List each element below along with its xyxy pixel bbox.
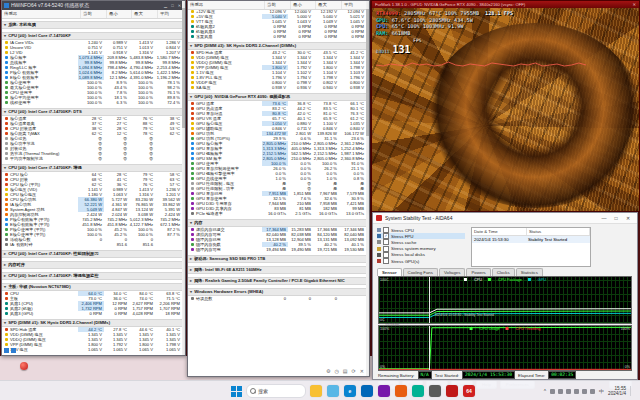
- sensor-section-header[interactable]: ▾ CPU [#0]: Intel Core i7-14700KF: 增强: [2, 164, 182, 172]
- column-header-2[interactable]: 最小: [291, 1, 316, 9]
- taskbar-clock[interactable]: 15:55 2024/1/4: [608, 386, 626, 397]
- checkbox[interactable]: [383, 252, 389, 258]
- checkbox[interactable]: [383, 258, 389, 264]
- sensor-section-header[interactable]: ▾ CPU [#0]: Intel Core i7-14700KF: DTS: [2, 108, 182, 116]
- tab-voltages[interactable]: Voltages: [439, 268, 466, 276]
- taskbar-app-file-explorer[interactable]: [310, 385, 322, 397]
- column-header-2[interactable]: 最小: [107, 10, 132, 18]
- update-icon[interactable]: [566, 389, 571, 394]
- aida64-titlebar[interactable]: System Stability Test - AIDA64 — □ ✕: [373, 213, 637, 224]
- taskbar-app-furmark[interactable]: [446, 385, 458, 397]
- column-header-1[interactable]: 当前: [81, 10, 107, 18]
- column-header-1[interactable]: 当前: [265, 1, 291, 9]
- scrollbar-thumb[interactable]: [182, 8, 185, 128]
- sensor-section-header[interactable]: ▾ Windows Hardware Errors (WHEA): [188, 288, 366, 296]
- taskbar-search[interactable]: 搜索: [246, 384, 306, 398]
- report-icon[interactable]: ▤: [343, 368, 348, 374]
- stress-item-stress-gpu-s-[interactable]: Stress GPU(s): [377, 258, 465, 264]
- scrollbar[interactable]: [366, 1, 369, 376]
- tray-chevron-icon[interactable]: ^: [544, 388, 546, 394]
- language-indicator[interactable]: 中: [599, 388, 604, 394]
- taskbar-app-app-purple[interactable]: [378, 385, 390, 397]
- sensor-section-header[interactable]: ▸ CPU [#0]: Intel Core i7-14700KF: 增强电源监…: [2, 272, 182, 280]
- sensor-row[interactable]: 1.8V 电压1.065 V1.065 V1.065 V1.065 V: [2, 347, 182, 352]
- log-header-datetime[interactable]: Date & Time: [472, 228, 527, 235]
- sensor-row[interactable]: 平均功率限制节流否否否: [2, 156, 182, 161]
- taskbar-app-edge[interactable]: e: [344, 385, 356, 397]
- column-header-0[interactable]: 传感器: [188, 1, 265, 9]
- start-button[interactable]: [231, 386, 242, 397]
- column-header-0[interactable]: 传感器: [2, 10, 81, 18]
- sensor-section-header[interactable]: ▸ 驱动器: Samsung SSD 980 PRO 1TB: [188, 255, 366, 263]
- sensor-section-header[interactable]: ▾ 内存: [188, 219, 366, 227]
- close-icon[interactable]: ✕: [632, 1, 636, 8]
- checkbox[interactable]: [383, 239, 389, 245]
- tab-sensor[interactable]: Sensor: [377, 268, 402, 276]
- chevron-right-icon: ▸: [190, 256, 192, 261]
- minimize-icon[interactable]: —: [598, 215, 610, 221]
- sensor-row[interactable]: IA: 有效时钟851.6851.6: [2, 242, 182, 247]
- sensor-row[interactable]: 风扇3 (GPU)0 RPM0 RPM4,028 RPM18 RPM: [2, 311, 182, 316]
- column-header-4[interactable]: 平均: [158, 10, 185, 18]
- checkbox[interactable]: ✓: [383, 233, 389, 239]
- furmark-title: FurMark 1.38.1.0 - GPU1: NVIDIA GeForce …: [375, 1, 632, 8]
- clock-icon[interactable]: ◷: [334, 368, 338, 374]
- scrollbar[interactable]: [182, 1, 185, 355]
- tab-powers[interactable]: Powers: [466, 268, 490, 276]
- taskbar-app-store[interactable]: [361, 385, 373, 397]
- maximize-icon[interactable]: □: [610, 215, 622, 221]
- sensor-row[interactable]: 错误总数000: [188, 296, 366, 301]
- sensor-section-header[interactable]: ▸ CPU [#0]: Intel Core i7-14700KF: 性能限制原…: [2, 250, 182, 258]
- taskbar-app-photos[interactable]: [327, 385, 339, 397]
- shield-icon[interactable]: [558, 389, 563, 394]
- show-desktop-button[interactable]: [630, 386, 634, 396]
- sensor-section-header[interactable]: ▾ 主板: 华硕 (Nuvoton NCT6798D): [2, 283, 182, 291]
- sensor-value: 0: [288, 296, 313, 301]
- checkbox[interactable]: [383, 246, 389, 252]
- column-header-3[interactable]: 最大: [132, 10, 158, 18]
- maximize-icon[interactable]: □: [169, 1, 176, 10]
- sensor-row[interactable]: 物理内存可用19,494 MB19,490 MB19,721 MB19,530 …: [188, 247, 366, 252]
- tab-clocks[interactable]: Clocks: [492, 268, 515, 276]
- close-icon[interactable]: ✕: [622, 215, 634, 221]
- log-row[interactable]: 2024/1/4 15:53:30 Stability Test Started: [472, 236, 590, 243]
- grid-icon[interactable]: [11, 348, 16, 353]
- hwinfo-titlebar[interactable]: HWiNFO64 v7.64-5240 传感器状态 ▁ □ ✕: [2, 1, 185, 10]
- column-header-3[interactable]: 最大: [316, 1, 342, 9]
- refresh-icon[interactable]: ⟳: [352, 368, 356, 374]
- sensor-section-header[interactable]: ▸ 内存时序: [2, 261, 182, 269]
- graph-legend: CPU UsageCPU Throttling: [470, 327, 541, 331]
- tab-statistics[interactable]: Statistics: [516, 268, 543, 276]
- gear-icon[interactable]: ⚙: [326, 368, 330, 374]
- furmark-titlebar[interactable]: FurMark 1.38.1.0 - GPU1: NVIDIA GeForce …: [372, 1, 639, 8]
- scrollbar-thumb[interactable]: [366, 9, 369, 137]
- tab-cooling-fans[interactable]: Cooling Fans: [403, 268, 438, 276]
- sensor-section-header[interactable]: ▾ GPU [#0]: NVIDIA GeForce RTX 4090: 视频适…: [188, 93, 366, 101]
- sensor-row[interactable]: SA 电压0.938 V0.936 V0.940 V0.938 V: [188, 85, 366, 90]
- sensor-section-header[interactable]: ▾ SPD (DIMM #3): SK Hynix DDR5 2-Channel…: [188, 42, 366, 50]
- network-icon[interactable]: [582, 389, 587, 394]
- close-icon[interactable]: ✕: [360, 368, 364, 374]
- list-icon[interactable]: [4, 348, 9, 353]
- test-log-list[interactable]: Date & Time Status 2024/1/4 15:53:30 Sta…: [471, 227, 591, 267]
- sensor-row[interactable]: 线程使用率100.0 %6.3 %100.0 %72.4 %: [2, 100, 182, 105]
- sensor-row[interactable]: PCIe 链路速率16.0 GT/s2.5 GT/s16.0 GT/s13.0 …: [188, 211, 366, 216]
- sensor-section-header[interactable]: ▸ 网络: Realtek Gaming 2.5GbE Family Contr…: [188, 277, 366, 285]
- taskbar-app-app-gray[interactable]: [429, 385, 441, 397]
- desktop-red-app-icon[interactable]: [20, 362, 28, 370]
- taskbar-app-aida64[interactable]: 64: [463, 385, 475, 397]
- column-header-4[interactable]: 平均: [342, 1, 369, 9]
- minimize-icon[interactable]: ▁: [162, 1, 169, 10]
- taskbar-app-app-green[interactable]: [412, 385, 424, 397]
- log-header-status[interactable]: Status: [527, 228, 590, 235]
- display-icon[interactable]: [574, 389, 579, 394]
- taskbar-app-hwinfo[interactable]: [395, 385, 407, 397]
- sensor-section-header[interactable]: ▾ 系统: 本机电脑: [2, 21, 182, 29]
- onedrive-icon[interactable]: [550, 389, 555, 394]
- sensor-section-header[interactable]: ▸ 网络: Intel Wi-Fi 6E AX211 160MHz: [188, 266, 366, 274]
- sensor-row[interactable]: 水泵风扇0 RPM0 RPM0 RPM0 RPM: [188, 34, 366, 39]
- sensor-section-header[interactable]: ▾ CPU [#0]: Intel Core i7-14700KF: [2, 32, 182, 40]
- checkbox[interactable]: [383, 227, 389, 233]
- volume-icon[interactable]: [590, 389, 595, 394]
- sensor-section-header[interactable]: ▾ SPD (DIMM #1): SK Hynix DDR5 2-Channel…: [2, 319, 182, 327]
